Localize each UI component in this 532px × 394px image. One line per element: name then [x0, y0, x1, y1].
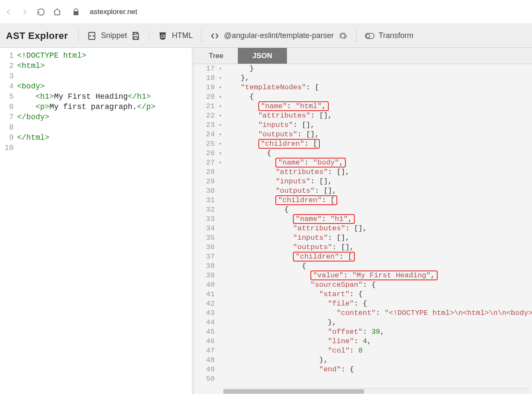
json-output[interactable]: 1718192021222324252627282930313233343536…: [194, 64, 532, 394]
snippet-menu[interactable]: Snippet: [87, 31, 140, 41]
code-file-icon: [87, 31, 96, 41]
url-text[interactable]: astexplorer.net: [90, 8, 137, 16]
gear-icon: [338, 31, 348, 41]
output-tabs: Tree JSON: [194, 48, 532, 64]
snippet-label: Snippet: [101, 31, 127, 40]
output-pane: Tree JSON 171819202122232425262728293031…: [194, 48, 532, 394]
transform-toggle[interactable]: Transform: [365, 31, 413, 41]
save-icon: [131, 31, 140, 41]
horizontal-scrollbar[interactable]: [223, 388, 529, 394]
parser-label: @angular-eslint/template-parser: [224, 31, 333, 40]
separator: [149, 29, 149, 42]
language-label: HTML: [172, 31, 193, 40]
browser-toolbar: astexplorer.net: [0, 0, 532, 24]
transform-label: Transform: [379, 31, 413, 40]
source-code[interactable]: <!DOCTYPE html><html> <body> <h1>My Firs…: [17, 50, 155, 153]
svg-point-2: [366, 34, 370, 37]
tab-tree[interactable]: Tree: [194, 48, 238, 64]
toggle-off-icon: [365, 31, 374, 41]
separator: [78, 29, 79, 42]
reload-icon[interactable]: [37, 8, 45, 16]
app-toolbar: AST Explorer Snippet HTML @angular-eslin…: [0, 24, 532, 48]
json-code[interactable]: } }, "templateNodes": [ { "name": "html"…: [223, 64, 532, 384]
source-editor-pane[interactable]: 12345678910 <!DOCTYPE html><html> <body>…: [0, 48, 194, 394]
forward-arrow-icon[interactable]: [20, 8, 29, 16]
line-number-gutter: 12345678910: [0, 50, 17, 153]
back-arrow-icon[interactable]: [4, 8, 13, 16]
line-number-gutter: 1718192021222324252627282930313233343536…: [194, 64, 217, 384]
separator: [201, 29, 202, 42]
parser-selector[interactable]: @angular-eslint/template-parser: [210, 31, 347, 41]
separator: [356, 29, 357, 42]
scrollbar-thumb[interactable]: [223, 389, 364, 394]
home-icon[interactable]: [53, 8, 61, 16]
tab-json[interactable]: JSON: [238, 48, 286, 64]
html5-icon: [158, 31, 167, 41]
brand-title: AST Explorer: [6, 30, 68, 41]
lock-icon[interactable]: [72, 8, 80, 16]
language-selector[interactable]: HTML: [158, 31, 193, 41]
fold-gutter[interactable]: ▾▾▾▾▾▾▾▾▾▾▾: [217, 64, 223, 168]
code-brackets-icon: [210, 31, 219, 41]
